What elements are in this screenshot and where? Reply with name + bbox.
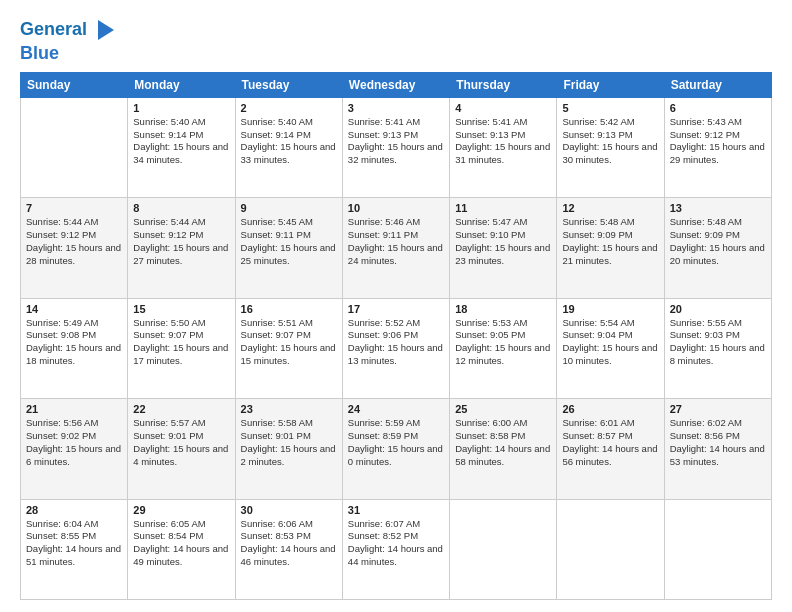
page: General Blue SundayMondayTuesdayWednesda…: [0, 0, 792, 612]
cell-info: Sunrise: 6:06 AMSunset: 8:53 PMDaylight:…: [241, 518, 337, 569]
cell-info: Sunrise: 5:48 AMSunset: 9:09 PMDaylight:…: [562, 216, 658, 267]
calendar-cell: 21Sunrise: 5:56 AMSunset: 9:02 PMDayligh…: [21, 399, 128, 499]
sunset-text: Sunset: 8:53 PM: [241, 530, 311, 541]
sunrise-text: Sunrise: 5:50 AM: [133, 317, 205, 328]
sunset-text: Sunset: 8:58 PM: [455, 430, 525, 441]
sunset-text: Sunset: 8:54 PM: [133, 530, 203, 541]
weekday-sunday: Sunday: [21, 72, 128, 97]
calendar-cell: 18Sunrise: 5:53 AMSunset: 9:05 PMDayligh…: [450, 298, 557, 398]
sunset-text: Sunset: 9:14 PM: [241, 129, 311, 140]
cell-info: Sunrise: 5:56 AMSunset: 9:02 PMDaylight:…: [26, 417, 122, 468]
cell-date: 19: [562, 303, 658, 315]
cell-info: Sunrise: 5:58 AMSunset: 9:01 PMDaylight:…: [241, 417, 337, 468]
calendar-cell: 6Sunrise: 5:43 AMSunset: 9:12 PMDaylight…: [664, 97, 771, 197]
calendar-cell: 10Sunrise: 5:46 AMSunset: 9:11 PMDayligh…: [342, 198, 449, 298]
sunset-text: Sunset: 9:13 PM: [455, 129, 525, 140]
sunset-text: Sunset: 9:06 PM: [348, 329, 418, 340]
sunrise-text: Sunrise: 5:58 AM: [241, 417, 313, 428]
sunset-text: Sunset: 9:03 PM: [670, 329, 740, 340]
cell-date: 10: [348, 202, 444, 214]
sunset-text: Sunset: 9:10 PM: [455, 229, 525, 240]
cell-date: 31: [348, 504, 444, 516]
cell-date: 6: [670, 102, 766, 114]
sunset-text: Sunset: 8:56 PM: [670, 430, 740, 441]
weekday-saturday: Saturday: [664, 72, 771, 97]
daylight-text: Daylight: 15 hours and 24 minutes.: [348, 242, 443, 266]
sunrise-text: Sunrise: 6:02 AM: [670, 417, 742, 428]
sunset-text: Sunset: 8:57 PM: [562, 430, 632, 441]
logo-icon: [90, 16, 118, 44]
sunrise-text: Sunrise: 5:49 AM: [26, 317, 98, 328]
sunrise-text: Sunrise: 6:05 AM: [133, 518, 205, 529]
sunset-text: Sunset: 9:11 PM: [241, 229, 311, 240]
daylight-text: Daylight: 14 hours and 58 minutes.: [455, 443, 550, 467]
cell-date: 17: [348, 303, 444, 315]
sunrise-text: Sunrise: 5:47 AM: [455, 216, 527, 227]
sunrise-text: Sunrise: 5:52 AM: [348, 317, 420, 328]
sunrise-text: Sunrise: 5:53 AM: [455, 317, 527, 328]
logo-blue: Blue: [20, 44, 118, 64]
daylight-text: Daylight: 14 hours and 53 minutes.: [670, 443, 765, 467]
cell-info: Sunrise: 5:42 AMSunset: 9:13 PMDaylight:…: [562, 116, 658, 167]
cell-date: 14: [26, 303, 122, 315]
sunset-text: Sunset: 9:09 PM: [670, 229, 740, 240]
weekday-tuesday: Tuesday: [235, 72, 342, 97]
daylight-text: Daylight: 15 hours and 6 minutes.: [26, 443, 121, 467]
calendar-cell: 27Sunrise: 6:02 AMSunset: 8:56 PMDayligh…: [664, 399, 771, 499]
sunrise-text: Sunrise: 5:40 AM: [241, 116, 313, 127]
calendar-cell: [21, 97, 128, 197]
calendar-cell: 2Sunrise: 5:40 AMSunset: 9:14 PMDaylight…: [235, 97, 342, 197]
daylight-text: Daylight: 15 hours and 21 minutes.: [562, 242, 657, 266]
cell-info: Sunrise: 5:54 AMSunset: 9:04 PMDaylight:…: [562, 317, 658, 368]
calendar-cell: [557, 499, 664, 599]
calendar-cell: 22Sunrise: 5:57 AMSunset: 9:01 PMDayligh…: [128, 399, 235, 499]
daylight-text: Daylight: 15 hours and 20 minutes.: [670, 242, 765, 266]
cell-date: 22: [133, 403, 229, 415]
cell-info: Sunrise: 5:45 AMSunset: 9:11 PMDaylight:…: [241, 216, 337, 267]
sunset-text: Sunset: 9:05 PM: [455, 329, 525, 340]
calendar-cell: 30Sunrise: 6:06 AMSunset: 8:53 PMDayligh…: [235, 499, 342, 599]
calendar-cell: 13Sunrise: 5:48 AMSunset: 9:09 PMDayligh…: [664, 198, 771, 298]
daylight-text: Daylight: 15 hours and 4 minutes.: [133, 443, 228, 467]
cell-date: 2: [241, 102, 337, 114]
sunset-text: Sunset: 9:07 PM: [241, 329, 311, 340]
sunrise-text: Sunrise: 5:44 AM: [26, 216, 98, 227]
cell-info: Sunrise: 5:44 AMSunset: 9:12 PMDaylight:…: [133, 216, 229, 267]
cell-date: 12: [562, 202, 658, 214]
weekday-monday: Monday: [128, 72, 235, 97]
daylight-text: Daylight: 15 hours and 15 minutes.: [241, 342, 336, 366]
daylight-text: Daylight: 15 hours and 17 minutes.: [133, 342, 228, 366]
sunrise-text: Sunrise: 6:06 AM: [241, 518, 313, 529]
calendar-cell: 26Sunrise: 6:01 AMSunset: 8:57 PMDayligh…: [557, 399, 664, 499]
sunrise-text: Sunrise: 5:41 AM: [455, 116, 527, 127]
calendar-cell: 14Sunrise: 5:49 AMSunset: 9:08 PMDayligh…: [21, 298, 128, 398]
daylight-text: Daylight: 15 hours and 30 minutes.: [562, 141, 657, 165]
cell-date: 29: [133, 504, 229, 516]
cell-date: 28: [26, 504, 122, 516]
calendar-cell: 15Sunrise: 5:50 AMSunset: 9:07 PMDayligh…: [128, 298, 235, 398]
logo: General Blue: [20, 16, 118, 64]
sunset-text: Sunset: 9:12 PM: [26, 229, 96, 240]
daylight-text: Daylight: 15 hours and 27 minutes.: [133, 242, 228, 266]
daylight-text: Daylight: 15 hours and 28 minutes.: [26, 242, 121, 266]
calendar-week-5: 28Sunrise: 6:04 AMSunset: 8:55 PMDayligh…: [21, 499, 772, 599]
cell-info: Sunrise: 6:07 AMSunset: 8:52 PMDaylight:…: [348, 518, 444, 569]
sunrise-text: Sunrise: 5:45 AM: [241, 216, 313, 227]
sunset-text: Sunset: 9:02 PM: [26, 430, 96, 441]
sunset-text: Sunset: 8:52 PM: [348, 530, 418, 541]
cell-date: 11: [455, 202, 551, 214]
cell-info: Sunrise: 5:46 AMSunset: 9:11 PMDaylight:…: [348, 216, 444, 267]
sunrise-text: Sunrise: 5:57 AM: [133, 417, 205, 428]
cell-date: 3: [348, 102, 444, 114]
sunrise-text: Sunrise: 5:43 AM: [670, 116, 742, 127]
sunset-text: Sunset: 9:01 PM: [133, 430, 203, 441]
weekday-header-row: SundayMondayTuesdayWednesdayThursdayFrid…: [21, 72, 772, 97]
cell-info: Sunrise: 6:00 AMSunset: 8:58 PMDaylight:…: [455, 417, 551, 468]
daylight-text: Daylight: 15 hours and 10 minutes.: [562, 342, 657, 366]
cell-date: 23: [241, 403, 337, 415]
daylight-text: Daylight: 15 hours and 0 minutes.: [348, 443, 443, 467]
sunset-text: Sunset: 9:07 PM: [133, 329, 203, 340]
calendar-week-2: 7Sunrise: 5:44 AMSunset: 9:12 PMDaylight…: [21, 198, 772, 298]
cell-date: 8: [133, 202, 229, 214]
daylight-text: Daylight: 15 hours and 13 minutes.: [348, 342, 443, 366]
